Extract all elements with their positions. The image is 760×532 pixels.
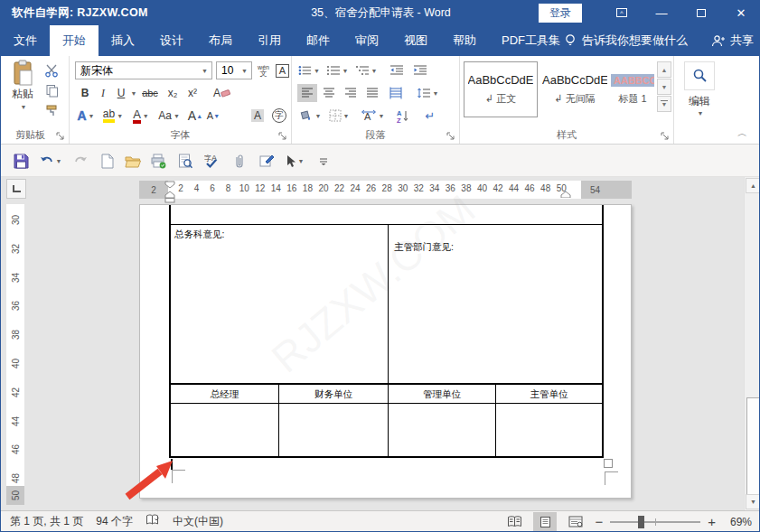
italic-button[interactable]: I [95, 84, 111, 102]
numbering-button[interactable]: ▼ [324, 61, 350, 79]
tab-review[interactable]: 审阅 [342, 25, 391, 56]
tab-design[interactable]: 设计 [147, 25, 196, 56]
scroll-up-button[interactable]: ▲ [746, 178, 760, 193]
borders-button[interactable]: ▼ [326, 107, 352, 125]
increase-indent-button[interactable] [409, 61, 431, 79]
editing-group-label[interactable]: 编辑 [674, 94, 725, 109]
right-indent-marker[interactable] [560, 191, 571, 198]
align-left-button[interactable] [297, 84, 317, 102]
quick-print-button[interactable] [147, 151, 169, 171]
word-count[interactable]: 94 个字 [96, 514, 133, 529]
editor-button[interactable] [256, 151, 277, 171]
find-button[interactable] [684, 61, 715, 90]
underline-dropdown[interactable]: ▼ [129, 84, 138, 102]
page-indicator[interactable]: 第 1 页, 共 1 页 [10, 514, 83, 529]
vertical-ruler[interactable]: 30323436384042444648 50 [6, 204, 24, 505]
multilevel-list-button[interactable]: ▼ [353, 61, 379, 79]
zoom-out-button[interactable]: − [595, 515, 603, 528]
sort-button[interactable]: AZ [391, 107, 415, 125]
shrink-font-button[interactable]: A▼ [205, 107, 221, 125]
font-name-combo[interactable]: 新宋体▼ [75, 61, 212, 79]
styles-scroll-down[interactable]: ▼ [657, 79, 671, 95]
maximize-button[interactable] [681, 0, 721, 25]
attach-button[interactable] [229, 151, 250, 171]
strikethrough-button[interactable]: abc [138, 84, 162, 102]
font-size-combo[interactable]: 10▼ [216, 61, 252, 79]
copy-button[interactable] [41, 81, 62, 99]
text-highlight-button[interactable]: ab▼ [100, 107, 126, 125]
grow-font-button[interactable]: A▲ [187, 107, 203, 125]
zoom-slider[interactable] [610, 521, 700, 523]
paste-button[interactable]: 粘贴 ▼ [6, 60, 39, 128]
sign-header-cell[interactable]: 财务单位 [279, 388, 388, 401]
tab-file[interactable]: 文件 [1, 25, 50, 56]
zoom-level[interactable]: 69% [723, 516, 752, 528]
tab-layout[interactable]: 布局 [196, 25, 245, 56]
language-indicator[interactable]: 中文(中国) [173, 514, 223, 529]
sign-header-cell[interactable]: 主管单位 [496, 388, 602, 401]
tab-help[interactable]: 帮助 [440, 25, 489, 56]
horizontal-ruler[interactable]: 2 54 24681012141618202224262830323436384… [139, 181, 632, 199]
shading-button[interactable]: ▼ [297, 107, 323, 125]
collapse-ribbon-chevron[interactable]: ︿ [737, 126, 747, 140]
tab-references[interactable]: 引用 [245, 25, 294, 56]
open-button[interactable] [122, 151, 144, 171]
styles-scroll-up[interactable]: ▲ [657, 61, 671, 78]
decrease-indent-button[interactable] [386, 61, 408, 79]
underline-button[interactable]: U [113, 84, 129, 102]
new-document-button[interactable] [97, 151, 118, 171]
print-preview-button[interactable] [174, 151, 196, 171]
opinion-right-cell[interactable]: 主管部门意见: [394, 241, 454, 254]
styles-gallery-more[interactable]: ▼ [657, 96, 671, 112]
print-layout-button[interactable] [533, 512, 557, 532]
style-heading-1[interactable]: AABBCCD 标题 1 [610, 61, 655, 117]
redo-button[interactable] [70, 151, 91, 171]
spelling-grammar-button[interactable]: 字A [202, 151, 223, 171]
bold-button[interactable]: B [77, 84, 93, 102]
close-button[interactable]: ✕ [721, 0, 760, 25]
distributed-button[interactable] [384, 84, 408, 102]
clear-formatting-button[interactable]: A [211, 84, 234, 102]
tab-home[interactable]: 开始 [50, 25, 99, 56]
first-line-indent-marker[interactable] [164, 181, 175, 188]
tab-mailings[interactable]: 邮件 [294, 25, 342, 56]
paragraph-dialog-launcher[interactable] [446, 131, 456, 141]
justify-button[interactable] [362, 84, 382, 102]
cut-button[interactable] [41, 61, 62, 79]
read-mode-button[interactable] [502, 512, 526, 532]
font-color-button[interactable]: A▼ [129, 107, 153, 125]
tab-pdf-tools[interactable]: PDF工具集 [489, 25, 573, 56]
minimize-button[interactable]: — [642, 0, 681, 25]
zoom-in-button[interactable]: + [708, 515, 716, 528]
tab-view[interactable]: 视图 [391, 25, 440, 56]
touch-mode-button[interactable]: ▼ [281, 151, 308, 171]
styles-dialog-launcher[interactable] [661, 131, 671, 141]
hanging-indent-marker[interactable] [164, 191, 175, 198]
enclose-characters-button[interactable]: 字 [269, 107, 289, 125]
vertical-scrollbar[interactable]: ▲ ▼ [744, 177, 760, 510]
align-center-button[interactable] [319, 84, 339, 102]
scrollbar-thumb[interactable] [746, 397, 760, 495]
customize-qat-button[interactable] [314, 151, 333, 171]
character-shading-button[interactable]: A [248, 107, 267, 125]
style-normal[interactable]: AaBbCcDdE ↲ 正文 [464, 61, 538, 117]
font-dialog-launcher[interactable] [278, 131, 288, 141]
style-no-spacing[interactable]: AaBbCcDdE ↲ 无间隔 [541, 61, 608, 117]
editing-dropdown-arrow[interactable]: ▼ [676, 110, 725, 117]
sign-header-cell[interactable]: 管理单位 [389, 388, 495, 401]
ribbon-display-options-button[interactable]: ^ [602, 0, 642, 25]
phonetic-guide-button[interactable]: wén文 [255, 61, 272, 79]
document-page[interactable]: RJZXW.COM 总务科意见: 主管部门意见: 总经理 财务单位 管理单位 主… [139, 204, 632, 499]
change-case-button[interactable]: Aa▼ [156, 107, 182, 125]
text-effects-button[interactable]: A▼ [75, 107, 97, 125]
paste-dropdown-arrow[interactable]: ▼ [21, 104, 27, 110]
sign-header-cell[interactable]: 总经理 [171, 388, 278, 401]
zoom-slider-thumb[interactable] [638, 516, 644, 528]
web-layout-button[interactable] [564, 512, 587, 532]
save-button[interactable] [10, 151, 32, 171]
opinion-left-cell[interactable]: 总务科意见: [174, 229, 224, 241]
superscript-button[interactable]: x² [183, 84, 202, 102]
format-painter-button[interactable] [41, 101, 62, 119]
login-button[interactable]: 登录 [539, 4, 582, 23]
share-button[interactable]: 共享 [711, 33, 754, 49]
